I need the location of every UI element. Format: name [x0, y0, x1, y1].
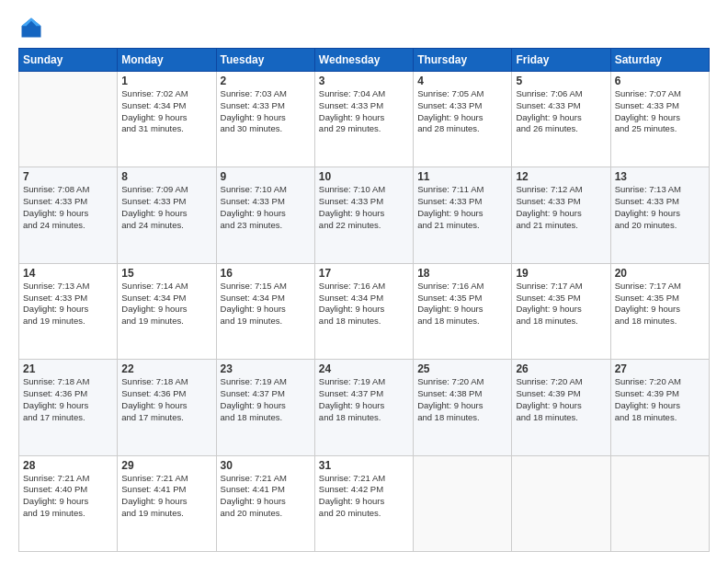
calendar-cell: 1Sunrise: 7:02 AM Sunset: 4:34 PM Daylig…	[118, 72, 216, 167]
calendar-cell: 9Sunrise: 7:10 AM Sunset: 4:33 PM Daylig…	[216, 167, 314, 263]
calendar-table: SundayMondayTuesdayWednesdayThursdayFrid…	[18, 48, 710, 552]
day-number: 12	[516, 170, 606, 183]
day-number: 9	[221, 170, 311, 183]
day-number: 17	[319, 267, 409, 280]
day-number: 30	[221, 459, 311, 472]
day-info: Sunrise: 7:19 AM Sunset: 4:37 PM Dayligh…	[319, 376, 409, 423]
day-number: 15	[121, 267, 211, 280]
calendar-cell: 23Sunrise: 7:19 AM Sunset: 4:37 PM Dayli…	[216, 360, 314, 455]
day-info: Sunrise: 7:14 AM Sunset: 4:34 PM Dayligh…	[121, 281, 211, 327]
calendar-cell: 29Sunrise: 7:21 AM Sunset: 4:41 PM Dayli…	[118, 455, 216, 551]
day-info: Sunrise: 7:16 AM Sunset: 4:34 PM Dayligh…	[319, 281, 409, 327]
day-header-friday: Friday	[512, 49, 610, 72]
header-row: SundayMondayTuesdayWednesdayThursdayFrid…	[19, 49, 710, 72]
calendar-cell: 18Sunrise: 7:16 AM Sunset: 4:35 PM Dayli…	[414, 263, 512, 359]
page: SundayMondayTuesdayWednesdayThursdayFrid…	[0, 0, 728, 563]
day-number: 29	[121, 459, 211, 472]
header	[18, 15, 710, 40]
calendar-cell: 22Sunrise: 7:18 AM Sunset: 4:36 PM Dayli…	[118, 360, 216, 455]
day-number: 19	[516, 267, 606, 280]
logo-icon	[18, 15, 44, 40]
day-header-tuesday: Tuesday	[216, 49, 314, 72]
calendar-cell: 25Sunrise: 7:20 AM Sunset: 4:38 PM Dayli…	[414, 360, 512, 455]
calendar-cell: 30Sunrise: 7:21 AM Sunset: 4:41 PM Dayli…	[216, 455, 314, 551]
day-info: Sunrise: 7:18 AM Sunset: 4:36 PM Dayligh…	[23, 376, 113, 423]
day-info: Sunrise: 7:13 AM Sunset: 4:33 PM Dayligh…	[23, 281, 113, 327]
calendar-cell: 7Sunrise: 7:08 AM Sunset: 4:33 PM Daylig…	[19, 167, 118, 263]
calendar-cell: 5Sunrise: 7:06 AM Sunset: 4:33 PM Daylig…	[512, 72, 610, 167]
calendar-cell: 28Sunrise: 7:21 AM Sunset: 4:40 PM Dayli…	[19, 455, 118, 551]
day-number: 4	[417, 75, 507, 87]
day-number: 2	[221, 75, 311, 87]
day-number: 31	[319, 459, 409, 472]
calendar-cell: 13Sunrise: 7:13 AM Sunset: 4:33 PM Dayli…	[610, 167, 709, 263]
day-info: Sunrise: 7:20 AM Sunset: 4:39 PM Dayligh…	[516, 376, 606, 423]
calendar-cell: 31Sunrise: 7:21 AM Sunset: 4:42 PM Dayli…	[314, 455, 413, 551]
day-number: 20	[615, 267, 705, 280]
calendar-cell: 21Sunrise: 7:18 AM Sunset: 4:36 PM Dayli…	[19, 360, 118, 455]
calendar-cell: 10Sunrise: 7:10 AM Sunset: 4:33 PM Dayli…	[314, 167, 413, 263]
calendar-header: SundayMondayTuesdayWednesdayThursdayFrid…	[19, 49, 710, 72]
calendar-cell: 27Sunrise: 7:20 AM Sunset: 4:39 PM Dayli…	[610, 360, 709, 455]
day-number: 23	[221, 362, 311, 375]
day-header-monday: Monday	[118, 49, 216, 72]
calendar-cell: 20Sunrise: 7:17 AM Sunset: 4:35 PM Dayli…	[610, 263, 709, 359]
week-row-4: 28Sunrise: 7:21 AM Sunset: 4:40 PM Dayli…	[19, 455, 710, 551]
day-info: Sunrise: 7:21 AM Sunset: 4:41 PM Dayligh…	[221, 473, 311, 520]
week-row-2: 14Sunrise: 7:13 AM Sunset: 4:33 PM Dayli…	[19, 263, 710, 359]
calendar-cell: 6Sunrise: 7:07 AM Sunset: 4:33 PM Daylig…	[610, 72, 709, 167]
day-number: 13	[615, 170, 705, 183]
week-row-1: 7Sunrise: 7:08 AM Sunset: 4:33 PM Daylig…	[19, 167, 710, 263]
day-info: Sunrise: 7:18 AM Sunset: 4:36 PM Dayligh…	[121, 376, 211, 423]
day-number: 24	[319, 362, 409, 375]
day-info: Sunrise: 7:09 AM Sunset: 4:33 PM Dayligh…	[121, 184, 211, 231]
day-number: 27	[615, 362, 705, 375]
day-header-sunday: Sunday	[19, 49, 118, 72]
day-number: 28	[23, 459, 113, 472]
day-number: 1	[121, 75, 211, 87]
calendar-cell: 11Sunrise: 7:11 AM Sunset: 4:33 PM Dayli…	[414, 167, 512, 263]
day-info: Sunrise: 7:20 AM Sunset: 4:38 PM Dayligh…	[417, 376, 507, 423]
day-number: 26	[516, 362, 606, 375]
day-info: Sunrise: 7:08 AM Sunset: 4:33 PM Dayligh…	[23, 184, 113, 231]
day-info: Sunrise: 7:20 AM Sunset: 4:39 PM Dayligh…	[615, 376, 705, 423]
calendar-cell: 8Sunrise: 7:09 AM Sunset: 4:33 PM Daylig…	[118, 167, 216, 263]
day-number: 25	[417, 362, 507, 375]
day-info: Sunrise: 7:21 AM Sunset: 4:40 PM Dayligh…	[23, 473, 113, 520]
calendar-cell	[414, 455, 512, 551]
day-info: Sunrise: 7:02 AM Sunset: 4:34 PM Dayligh…	[121, 88, 211, 135]
day-number: 5	[516, 75, 606, 87]
day-header-saturday: Saturday	[610, 49, 709, 72]
day-info: Sunrise: 7:15 AM Sunset: 4:34 PM Dayligh…	[221, 281, 311, 327]
calendar-cell: 15Sunrise: 7:14 AM Sunset: 4:34 PM Dayli…	[118, 263, 216, 359]
day-header-wednesday: Wednesday	[314, 49, 413, 72]
day-header-thursday: Thursday	[414, 49, 512, 72]
day-number: 11	[417, 170, 507, 183]
day-info: Sunrise: 7:21 AM Sunset: 4:41 PM Dayligh…	[121, 473, 211, 520]
day-number: 6	[615, 75, 705, 87]
calendar-cell: 24Sunrise: 7:19 AM Sunset: 4:37 PM Dayli…	[314, 360, 413, 455]
calendar-cell: 4Sunrise: 7:05 AM Sunset: 4:33 PM Daylig…	[414, 72, 512, 167]
calendar-cell: 14Sunrise: 7:13 AM Sunset: 4:33 PM Dayli…	[19, 263, 118, 359]
day-number: 7	[23, 170, 113, 183]
day-info: Sunrise: 7:21 AM Sunset: 4:42 PM Dayligh…	[319, 473, 409, 520]
day-info: Sunrise: 7:13 AM Sunset: 4:33 PM Dayligh…	[615, 184, 705, 231]
logo	[18, 15, 48, 40]
day-number: 8	[121, 170, 211, 183]
day-info: Sunrise: 7:11 AM Sunset: 4:33 PM Dayligh…	[417, 184, 507, 231]
day-info: Sunrise: 7:16 AM Sunset: 4:35 PM Dayligh…	[417, 281, 507, 327]
calendar-cell: 19Sunrise: 7:17 AM Sunset: 4:35 PM Dayli…	[512, 263, 610, 359]
day-number: 10	[319, 170, 409, 183]
calendar-cell: 2Sunrise: 7:03 AM Sunset: 4:33 PM Daylig…	[216, 72, 314, 167]
day-number: 22	[121, 362, 211, 375]
day-number: 18	[417, 267, 507, 280]
day-info: Sunrise: 7:07 AM Sunset: 4:33 PM Dayligh…	[615, 88, 705, 135]
calendar-cell	[610, 455, 709, 551]
day-info: Sunrise: 7:04 AM Sunset: 4:33 PM Dayligh…	[319, 88, 409, 135]
calendar-body: 1Sunrise: 7:02 AM Sunset: 4:34 PM Daylig…	[19, 72, 710, 552]
day-number: 16	[221, 267, 311, 280]
week-row-3: 21Sunrise: 7:18 AM Sunset: 4:36 PM Dayli…	[19, 360, 710, 455]
day-info: Sunrise: 7:03 AM Sunset: 4:33 PM Dayligh…	[221, 88, 311, 135]
week-row-0: 1Sunrise: 7:02 AM Sunset: 4:34 PM Daylig…	[19, 72, 710, 167]
day-info: Sunrise: 7:10 AM Sunset: 4:33 PM Dayligh…	[319, 184, 409, 231]
